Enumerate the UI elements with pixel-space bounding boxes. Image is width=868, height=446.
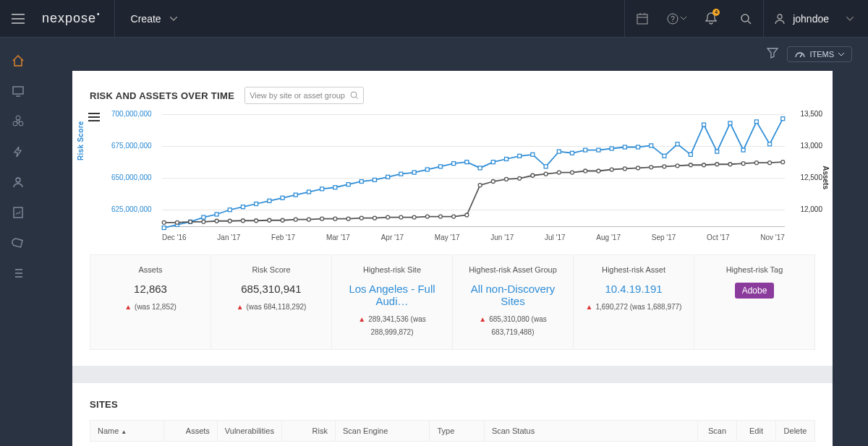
sites-col-header[interactable]: Vulnerabilities	[217, 421, 281, 442]
x-tick: Feb '17	[271, 233, 295, 241]
monitor-icon	[12, 85, 25, 98]
create-menu[interactable]: Create	[115, 0, 193, 37]
sites-col-header[interactable]: Risk	[281, 421, 335, 442]
svg-rect-42	[544, 165, 548, 168]
y-right-tick: 13,500	[800, 110, 822, 118]
x-tick: May '17	[435, 233, 460, 241]
svg-point-65	[215, 219, 218, 223]
svg-point-108	[781, 160, 785, 164]
y-left-tick: 625,000,000	[111, 205, 146, 213]
svg-rect-25	[320, 187, 324, 191]
x-axis-ticks: Dec '16Jan '17Feb '17Mar '17Apr '17May '…	[162, 233, 785, 241]
svg-point-92	[571, 171, 574, 174]
svg-point-62	[175, 220, 179, 224]
svg-rect-16	[202, 215, 205, 219]
summary-delta: ▲289,341,536 (was 288,999,872)	[358, 315, 425, 336]
sites-col-header[interactable]: Delete	[776, 421, 815, 442]
svg-rect-36	[465, 160, 469, 164]
filter-button[interactable]	[767, 47, 778, 61]
svg-rect-30	[386, 175, 390, 179]
sites-col-header[interactable]: Scan	[698, 421, 737, 442]
svg-point-82	[439, 215, 443, 218]
search-icon	[350, 91, 359, 100]
svg-point-81	[425, 215, 429, 218]
svg-point-67	[241, 219, 244, 223]
svg-rect-26	[333, 186, 337, 189]
biohazard-icon	[12, 115, 25, 128]
summary-label: Highest-risk Asset	[578, 262, 689, 283]
svg-point-79	[399, 215, 403, 219]
summary-value[interactable]: 10.4.19.191	[578, 283, 689, 299]
notifications-button[interactable]: 4	[694, 0, 728, 38]
y-left-axis-label: Risk Score	[77, 121, 85, 160]
svg-point-102	[702, 163, 706, 167]
svg-point-95	[610, 168, 613, 171]
chevron-down-icon	[681, 17, 686, 20]
sites-col-header[interactable]: Type	[430, 421, 484, 442]
svg-point-3	[741, 14, 749, 22]
y-right-tick: 12,000	[800, 205, 822, 213]
sidebar-item-policies[interactable]	[0, 137, 36, 166]
svg-rect-21	[268, 199, 271, 202]
svg-point-75	[346, 217, 350, 220]
svg-point-98	[650, 166, 653, 169]
lightning-icon	[12, 145, 25, 158]
sites-title: SITES	[90, 399, 815, 420]
sites-col-header[interactable]: Scan Status	[484, 421, 697, 442]
summary-row: Assets 12,863 ▲(was 12,852) Risk Score 6…	[90, 254, 815, 350]
x-tick: Oct '17	[707, 233, 729, 241]
svg-point-105	[741, 162, 745, 166]
asset-search[interactable]: View by site or asset group	[244, 87, 364, 104]
svg-point-85	[478, 184, 482, 187]
sites-col-header[interactable]: Edit	[737, 421, 776, 442]
svg-point-78	[386, 215, 390, 219]
x-tick: Sep '17	[652, 233, 676, 241]
sites-table: Name▲AssetsVulnerabilitiesRiskScan Engin…	[90, 420, 815, 446]
svg-rect-33	[425, 168, 429, 171]
chevron-down-icon	[846, 17, 854, 21]
help-icon: ?	[667, 13, 678, 25]
sites-col-header[interactable]: Name▲	[90, 421, 164, 442]
svg-point-104	[728, 163, 732, 166]
svg-rect-38	[491, 160, 495, 164]
filter-icon	[767, 47, 778, 59]
chart-legend-toggle[interactable]	[88, 111, 100, 124]
summary-value[interactable]: Los Angeles - Full Audi…	[336, 283, 448, 312]
svg-point-12	[351, 92, 357, 98]
x-tick: Jun '17	[490, 233, 514, 241]
sidebar-item-monitor[interactable]	[0, 77, 36, 106]
help-button[interactable]: ?	[659, 0, 694, 38]
svg-rect-48	[623, 145, 626, 149]
sidebar-item-list[interactable]	[0, 259, 36, 288]
sidebar-item-tags[interactable]	[0, 228, 36, 257]
table-row: Austin DHCP 0 0 0.0 Local scan engine Dy…	[90, 442, 815, 447]
calendar-button[interactable]	[624, 0, 659, 38]
summary-label: Risk Score	[216, 262, 327, 283]
sites-col-header[interactable]: Assets	[163, 421, 217, 442]
svg-point-93	[584, 169, 587, 173]
items-dropdown[interactable]: ITEMS	[787, 46, 852, 62]
hamburger-menu[interactable]	[0, 0, 36, 37]
svg-rect-13	[162, 226, 166, 230]
svg-point-73	[320, 217, 324, 220]
summary-label: Highest-risk Asset Group	[457, 262, 569, 283]
sites-col-header[interactable]: Scan Engine	[335, 421, 430, 442]
x-tick: Aug '17	[596, 233, 621, 241]
sidebar-item-vulnerabilities[interactable]	[0, 107, 36, 136]
svg-point-83	[452, 215, 456, 218]
user-menu[interactable]: johndoe	[763, 0, 868, 37]
search-button[interactable]	[728, 0, 763, 38]
summary-cell: Highest-risk Site Los Angeles - Full Aud…	[332, 255, 453, 349]
summary-value[interactable]: All non-Discovery Sites	[457, 283, 569, 312]
summary-label: Highest-risk Tag	[699, 262, 810, 283]
sidebar-item-reports[interactable]	[0, 198, 36, 227]
user-icon	[774, 13, 786, 25]
summary-value: 685,310,941	[216, 283, 327, 299]
items-label: ITEMS	[809, 50, 834, 59]
svg-point-69	[268, 218, 271, 222]
svg-rect-51	[663, 154, 666, 158]
sidebar-item-users[interactable]	[0, 168, 36, 197]
sidebar-item-home[interactable]	[0, 46, 36, 75]
summary-tag[interactable]: Adobe	[735, 283, 775, 299]
hamburger-icon	[12, 14, 25, 24]
